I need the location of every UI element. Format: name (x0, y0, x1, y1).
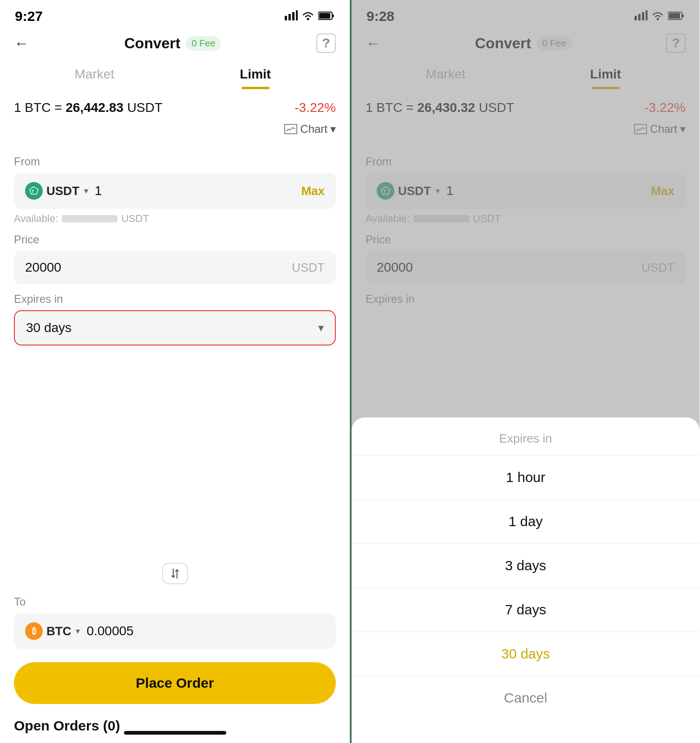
svg-point-14 (657, 18, 659, 20)
max-button-right[interactable]: Max (651, 184, 674, 198)
from-amount-input-left[interactable] (95, 183, 295, 198)
sheet-item-30days[interactable]: 30 days (352, 632, 700, 676)
svg-rect-10 (635, 16, 637, 20)
status-time-right: 9:28 (366, 8, 394, 24)
svg-rect-12 (642, 12, 644, 20)
battery-icon (318, 9, 335, 24)
from-label-left: From (14, 155, 336, 168)
svg-rect-3 (296, 10, 298, 20)
rate-change-left: -3.22% (294, 100, 336, 115)
status-icons-right (635, 9, 685, 24)
form-area-left: From T USDT ▾ Max Available: USDT Price (0, 142, 350, 556)
svg-point-4 (307, 18, 309, 20)
wifi-icon-right (651, 9, 664, 24)
tabs-left: Market Limit (0, 59, 350, 89)
to-section-left: To ₿ BTC ▾ (0, 587, 350, 649)
help-button-left[interactable]: ? (316, 33, 336, 53)
svg-rect-7 (319, 13, 330, 19)
usdt-icon-right: T (377, 182, 394, 200)
svg-rect-6 (332, 14, 334, 17)
help-button-right[interactable]: ? (666, 33, 686, 53)
expires-input-row-left[interactable]: 30 days ▾ (14, 310, 336, 345)
from-input-row-right: T USDT ▾ Max (366, 173, 686, 209)
from-dropdown-arrow-left: ▾ (84, 186, 88, 196)
fee-badge-right: 0 Fee (536, 36, 571, 51)
place-order-button-left[interactable]: Place Order (14, 662, 336, 704)
right-panel: 9:28 (350, 0, 700, 743)
left-panel: 9:27 (0, 0, 350, 743)
sheet-title: Expires in (352, 417, 700, 456)
status-bar-right: 9:28 (352, 0, 700, 29)
from-input-row-left: T USDT ▾ Max (14, 173, 336, 209)
to-amount-input-left[interactable] (86, 624, 325, 639)
from-label-right: From (366, 155, 686, 168)
battery-icon-right (668, 9, 685, 24)
svg-rect-2 (292, 12, 294, 20)
svg-rect-0 (285, 16, 287, 20)
svg-rect-13 (646, 10, 648, 20)
header-center-right: Convert 0 Fee (475, 35, 571, 52)
tab-limit-left[interactable]: Limit (175, 59, 336, 89)
sheet-item-3days[interactable]: 3 days (352, 544, 700, 588)
price-input-right[interactable] (377, 260, 635, 275)
from-coin-selector-right[interactable]: T USDT ▾ (377, 182, 440, 200)
chart-button-right[interactable]: Chart ▾ (634, 120, 686, 138)
price-input-row-right: USDT (366, 251, 686, 284)
chart-button-left[interactable]: Chart ▾ (284, 120, 336, 138)
expires-label-left: Expires in (14, 293, 336, 306)
svg-text:T: T (383, 189, 386, 194)
blur-balance-left (62, 215, 118, 222)
sheet-item-1day[interactable]: 1 day (352, 500, 700, 544)
svg-rect-16 (682, 14, 684, 17)
chart-row-left: Chart ▾ (0, 118, 350, 142)
to-coin-selector-left[interactable]: ₿ BTC ▾ (25, 622, 80, 640)
price-input-left[interactable] (25, 260, 285, 275)
home-indicator-left (124, 731, 226, 735)
signal-icon (285, 9, 298, 24)
status-bar-left: 9:27 (0, 0, 350, 29)
sheet-item-1hour[interactable]: 1 hour (352, 456, 700, 500)
price-unit-left: USDT (292, 261, 325, 275)
rate-text-left: 1 BTC = 26,442.83 USDT (14, 100, 163, 115)
btc-icon-left: ₿ (25, 622, 43, 640)
back-button-right[interactable]: ← (366, 35, 380, 52)
open-orders-left: Open Orders (0) (0, 713, 350, 743)
page-title-right: Convert (475, 35, 531, 52)
wifi-icon (301, 9, 314, 24)
from-coin-name-right: USDT (398, 184, 431, 198)
to-input-row-left: ₿ BTC ▾ (14, 613, 336, 649)
swap-button-left[interactable] (162, 563, 188, 584)
svg-rect-11 (638, 14, 641, 20)
signal-icon-right (635, 9, 648, 24)
to-dropdown-arrow-left: ▾ (76, 626, 80, 636)
available-text-left: Available: USDT (14, 213, 336, 225)
tab-market-right[interactable]: Market (366, 59, 526, 89)
page-title-left: Convert (124, 35, 180, 52)
back-button-left[interactable]: ← (14, 35, 29, 52)
price-label-right: Price (366, 233, 686, 246)
svg-rect-1 (288, 14, 291, 20)
rate-line-right: 1 BTC = 26,430.32 USDT -3.22% (352, 94, 700, 118)
rate-change-right: -3.22% (644, 100, 686, 115)
tab-limit-right[interactable]: Limit (526, 59, 686, 89)
max-button-left[interactable]: Max (301, 184, 325, 198)
to-coin-name-left: BTC (46, 624, 71, 639)
expires-value-left: 30 days (26, 320, 72, 335)
sheet-item-7days[interactable]: 7 days (352, 588, 700, 632)
status-time-left: 9:27 (15, 8, 43, 24)
header-right: ← Convert 0 Fee ? (352, 29, 700, 59)
chart-icon-right (634, 124, 647, 134)
from-dropdown-arrow-right: ▾ (436, 186, 440, 196)
tab-market-left[interactable]: Market (14, 59, 175, 89)
svg-rect-17 (669, 13, 680, 19)
fee-badge-left: 0 Fee (186, 36, 221, 51)
from-coin-selector-left[interactable]: T USDT ▾ (25, 182, 88, 200)
from-amount-input-right[interactable] (446, 183, 645, 198)
price-unit-right: USDT (641, 261, 674, 275)
chart-row-right: Chart ▾ (352, 118, 700, 142)
from-coin-name-left: USDT (46, 184, 79, 198)
to-label-left: To (14, 595, 336, 608)
sheet-item-cancel[interactable]: Cancel (352, 676, 700, 720)
chevron-down-icon: ▾ (330, 123, 336, 136)
blur-balance-right (413, 215, 469, 222)
